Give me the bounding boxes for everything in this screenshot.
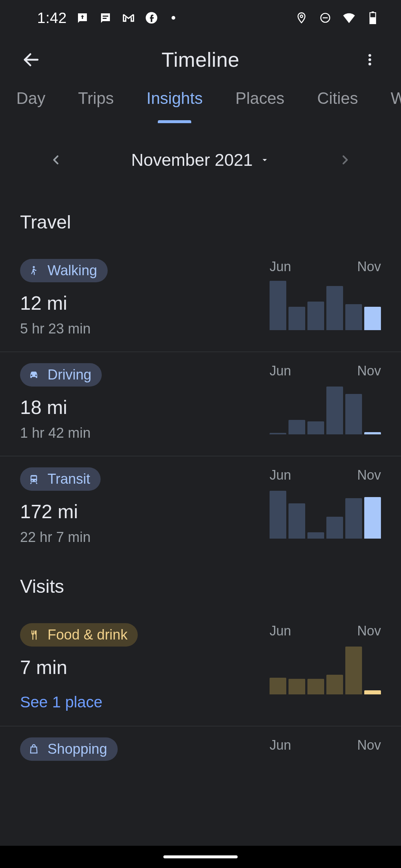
chart-start-label: Jun [270, 259, 291, 274]
bar-chart [270, 278, 381, 330]
tab-cities[interactable]: Cities [317, 89, 358, 123]
card-left: Shopping [20, 737, 118, 761]
chip-label: Driving [48, 367, 91, 383]
facebook-icon [144, 10, 159, 25]
chip-label: Transit [48, 471, 90, 487]
tab-trips[interactable]: Trips [78, 89, 114, 123]
tab-places[interactable]: Places [235, 89, 284, 123]
svg-point-11 [368, 58, 371, 61]
chip-driving: Driving [20, 363, 102, 387]
card-left: Walking 12 mi 5 hr 23 min [20, 259, 108, 337]
section-title-visits: Visits [0, 560, 401, 612]
gmail-icon [121, 10, 136, 25]
month-label: November 2021 [131, 150, 252, 170]
fork-knife-icon [27, 628, 41, 642]
chart-axis-labels: Jun Nov [270, 363, 381, 379]
status-right [294, 10, 380, 25]
metric-duration: 7 min [20, 656, 138, 678]
status-bar: 1:42 [0, 0, 401, 36]
dnd-icon [318, 10, 333, 25]
chart-axis-labels: Jun Nov [270, 467, 381, 483]
svg-point-10 [368, 54, 371, 57]
svg-point-3 [300, 15, 303, 18]
more-options-button[interactable] [358, 48, 382, 72]
chart-transit: Jun Nov [270, 467, 381, 545]
card-left: Driving 18 mi 1 hr 42 min [20, 363, 102, 441]
bar-chart [270, 642, 381, 694]
svg-point-13 [33, 266, 35, 268]
chart-walking: Jun Nov [270, 259, 381, 337]
chip-label: Walking [48, 263, 97, 279]
section-title-travel: Travel [0, 196, 401, 248]
metric-distance: 172 mi [20, 500, 101, 523]
chart-axis-labels: Jun Nov [270, 623, 381, 639]
train-icon [27, 472, 41, 486]
chart-end-label: Nov [357, 467, 381, 483]
chart-axis-labels: Jun Nov [270, 737, 381, 753]
chart-end-label: Nov [357, 259, 381, 274]
metric-distance: 12 mi [20, 292, 108, 314]
svg-point-16 [32, 480, 33, 481]
travel-card-walking[interactable]: Walking 12 mi 5 hr 23 min Jun Nov [0, 248, 401, 352]
chart-driving: Jun Nov [270, 363, 381, 441]
see-places-link[interactable]: See 1 place [20, 693, 138, 711]
next-month-button[interactable] [337, 152, 353, 168]
chart-start-label: Jun [270, 363, 291, 379]
visit-card-shopping[interactable]: Shopping Jun Nov [0, 726, 401, 776]
month-dropdown[interactable]: November 2021 [131, 150, 270, 170]
card-left: Transit 172 mi 22 hr 7 min [20, 467, 101, 545]
nav-pill[interactable] [163, 855, 238, 858]
battery-icon [365, 10, 380, 25]
chart-end-label: Nov [357, 623, 381, 639]
chart-start-label: Jun [270, 467, 291, 483]
metric-duration: 1 hr 42 min [20, 425, 102, 441]
tabs: Day Trips Insights Places Cities Wo [0, 84, 401, 128]
chip-food-drink: Food & drink [20, 623, 138, 647]
app-bar: Timeline [0, 36, 401, 84]
svg-rect-0 [102, 16, 108, 17]
more-notifications-dot-icon [172, 16, 175, 20]
bar-chart [270, 382, 381, 434]
chart-food-drink: Jun Nov [270, 623, 381, 711]
page-title: Timeline [162, 48, 239, 72]
dropdown-icon [260, 155, 270, 165]
bar-chart [270, 487, 381, 539]
chip-transit: Transit [20, 467, 101, 491]
chip-shopping: Shopping [20, 737, 118, 761]
back-button[interactable] [19, 48, 43, 72]
chart-axis-labels: Jun Nov [270, 259, 381, 274]
chart-shopping: Jun Nov [270, 737, 381, 761]
tab-day[interactable]: Day [16, 89, 45, 123]
chart-end-label: Nov [357, 363, 381, 379]
card-left: Food & drink 7 min See 1 place [20, 623, 138, 711]
metric-distance: 18 mi [20, 396, 102, 418]
chart-end-label: Nov [357, 737, 381, 753]
chart-start-label: Jun [270, 623, 291, 639]
metric-duration: 22 hr 7 min [20, 529, 101, 545]
system-nav-bar [0, 846, 401, 868]
chip-walking: Walking [20, 259, 108, 282]
status-clock: 1:42 [37, 10, 67, 26]
car-icon [27, 368, 41, 382]
upload-icon [75, 10, 90, 25]
svg-rect-8 [370, 17, 375, 24]
prev-month-button[interactable] [48, 152, 64, 168]
visit-card-food-drink[interactable]: Food & drink 7 min See 1 place Jun Nov [0, 612, 401, 726]
location-icon [294, 10, 309, 25]
tab-world[interactable]: Wo [391, 89, 401, 123]
chip-label: Shopping [48, 741, 107, 757]
tab-insights[interactable]: Insights [146, 89, 203, 123]
shopping-bag-icon [27, 742, 41, 756]
svg-point-12 [368, 63, 371, 65]
screen: 1:42 [0, 0, 401, 868]
message-icon [98, 10, 113, 25]
wifi-icon [342, 10, 356, 25]
status-left: 1:42 [37, 10, 175, 26]
svg-rect-1 [102, 18, 107, 19]
month-selector: November 2021 [0, 128, 401, 196]
chip-label: Food & drink [48, 627, 127, 643]
travel-card-driving[interactable]: Driving 18 mi 1 hr 42 min Jun Nov [0, 352, 401, 456]
metric-duration: 5 hr 23 min [20, 321, 108, 337]
travel-card-transit[interactable]: Transit 172 mi 22 hr 7 min Jun Nov [0, 456, 401, 560]
svg-point-17 [35, 480, 36, 481]
